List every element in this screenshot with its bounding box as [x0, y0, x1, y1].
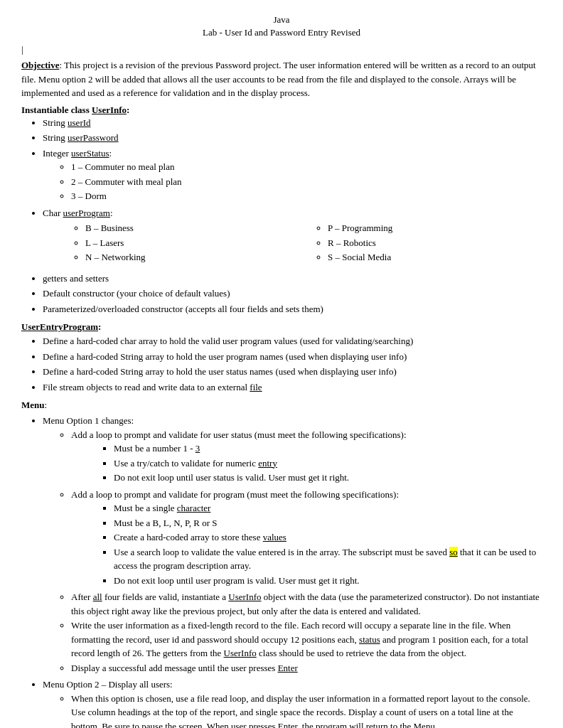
getters-setters: getters and setters: [43, 272, 542, 286]
program-N: N – Networking: [85, 250, 299, 264]
loop2-spec1: Must be a single character: [114, 501, 542, 515]
status-option-3: 3 – Dorm: [71, 189, 542, 203]
loop1-spec3: Do not exit loop until user status is va…: [114, 471, 542, 485]
program-B: B – Business: [85, 221, 299, 235]
after-valid-item: After all four fields are valid, instant…: [71, 590, 542, 618]
page-subtitle: Lab - User Id and Password Entry Revised: [21, 27, 542, 38]
objective-section: Objective: This project is a revision of…: [21, 58, 542, 100]
uep-item-4: File stream objects to read and write da…: [43, 380, 542, 395]
objective-text: This project is a revision of the previo…: [21, 60, 536, 98]
default-constructor: Default constructor (your choice of defa…: [43, 287, 542, 301]
user-entry-program-heading: UserEntryProgram: [21, 321, 98, 332]
uep-item-3: Define a hard-coded String array to hold…: [43, 365, 542, 379]
loop2-spec5: Do not exit loop until user program is v…: [114, 574, 542, 588]
status-options-list: 1 – Commuter no meal plan 2 – Commuter w…: [71, 160, 542, 203]
menu-option1: Menu Option 1 changes: Add a loop to pro…: [43, 414, 542, 675]
programs-col1: B – Business L – Lasers N – Networking: [57, 221, 299, 267]
status-option-1: 1 – Commuter no meal plan: [71, 160, 542, 174]
program-P: P – Programming: [328, 221, 542, 235]
loop2-spec2: Must be a B, L, N, P, R or S: [114, 516, 542, 530]
other-items-list: getters and setters Default constructor …: [43, 272, 542, 316]
instantiable-class-heading: Instantiable class UserInfo:: [21, 105, 129, 115]
program-L: L – Lasers: [85, 236, 299, 250]
user-entry-list: Define a hard-coded char array to hold t…: [43, 334, 542, 394]
cursor-line: |: [21, 44, 542, 55]
uep-item-2: Define a hard-coded String array to hold…: [43, 350, 542, 364]
loop1-spec2: Use a try/catch to validate for numeric …: [114, 456, 542, 471]
status-option-2: 2 – Commuter with meal plan: [71, 175, 542, 189]
loop1-spec1: Must be a number 1 - 3: [114, 441, 542, 456]
fields-list: String userId String userPassword Intege…: [43, 116, 542, 267]
loop2-spec3: Create a hard-coded array to store these…: [114, 530, 542, 545]
display-success-item: Display a successful add message until t…: [71, 661, 542, 675]
page-title: Java: [21, 14, 542, 26]
objective-label: Objective: [21, 60, 59, 70]
user-entry-program-section: UserEntryProgram: Define a hard-coded ch…: [21, 321, 542, 394]
instantiable-class-section: Instantiable class UserInfo: String user…: [21, 105, 542, 316]
write-record-item: Write the user information as a fixed-le…: [71, 619, 542, 660]
menu-list: Menu Option 1 changes: Add a loop to pro…: [43, 414, 542, 728]
field-userPassword: String userPassword: [43, 131, 542, 145]
uep-item-1: Define a hard-coded char array to hold t…: [43, 334, 542, 348]
field-userId: String userId: [43, 116, 542, 130]
loop1-item: Add a loop to prompt and validate for us…: [71, 428, 542, 485]
loop2-spec4: Use a search loop to validate the value …: [114, 545, 542, 573]
program-R: R – Robotics: [328, 236, 542, 250]
menu-heading: Menu:: [21, 400, 542, 411]
menu-section: Menu: Menu Option 1 changes: Add a loop …: [21, 400, 542, 728]
programs-columns: B – Business L – Lasers N – Networking P…: [57, 221, 542, 267]
programs-col2: P – Programming R – Robotics S – Social …: [299, 221, 542, 267]
loop2-item: Add a loop to prompt and validate for pr…: [71, 488, 542, 588]
parameterized-constructor: Parameterized/overloaded constructor (ac…: [43, 302, 542, 316]
program-S: S – Social Media: [328, 250, 542, 264]
option2-item1: When this option is chosen, use a file r…: [71, 692, 542, 729]
field-userStatus: Integer userStatus: 1 – Commuter no meal…: [43, 146, 542, 203]
menu-option2: Menu Option 2 – Display all users: When …: [43, 678, 542, 728]
user-entry-colon: :: [98, 321, 101, 332]
field-userProgram: Char userProgram: B – Business L – Laser…: [43, 206, 542, 267]
